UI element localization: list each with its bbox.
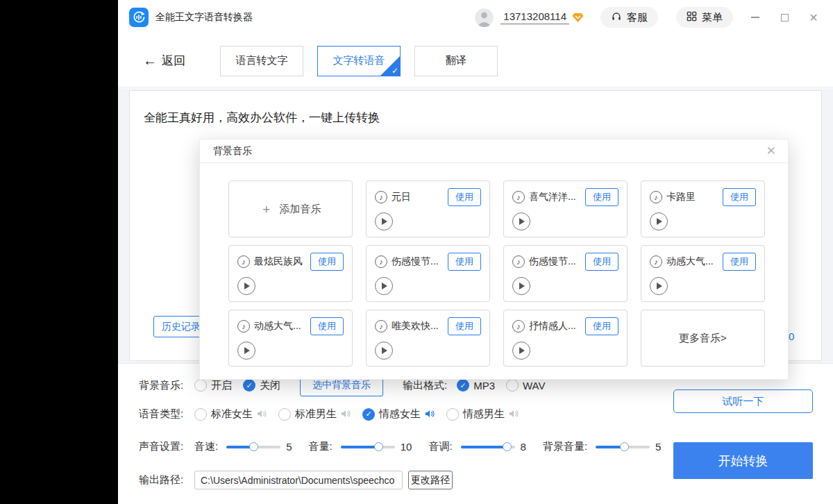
add-music-card[interactable]: ＋添加音乐 [228, 180, 353, 237]
use-button[interactable]: 使用 [448, 253, 481, 271]
more-music-card[interactable]: 更多音乐> [641, 310, 765, 367]
play-button[interactable] [650, 212, 668, 230]
slider-fill [461, 446, 507, 448]
voice-radio[interactable]: ✓ [362, 408, 375, 421]
voice-option[interactable]: ✓情感女生 [362, 408, 435, 421]
music-card-top: ♪卡路里使用 [650, 188, 756, 206]
add-music-label: 添加音乐 [280, 203, 321, 216]
convert-button[interactable]: 开始转换 [673, 442, 813, 479]
use-button[interactable]: 使用 [585, 317, 619, 335]
desktop: { "icons": { "plus": "＋", "close": "✕", … [0, 0, 833, 504]
use-button[interactable]: 使用 [585, 253, 619, 271]
music-card-top: ♪伤感慢节...使用 [375, 253, 481, 271]
music-card: ♪抒情感人...使用 [503, 310, 628, 367]
track-name: 喜气洋洋... [529, 191, 576, 203]
speaker-icon[interactable] [341, 408, 351, 420]
bgm-option[interactable]: 开启 [194, 379, 232, 392]
speaker-icon[interactable] [425, 408, 435, 420]
use-button[interactable]: 使用 [585, 188, 619, 206]
music-card: ♪卡路里使用 [641, 180, 765, 237]
format-option[interactable]: ✓MP3 [457, 379, 495, 392]
bgm-option[interactable]: ✓关闭 [243, 379, 280, 392]
add-music-inner: ＋添加音乐 [260, 201, 321, 217]
slider-thumb[interactable] [503, 442, 512, 451]
voice-radio[interactable] [278, 408, 291, 421]
tab-speech-to-text[interactable]: 语言转文字 [220, 46, 303, 76]
slider-value: 10 [401, 441, 412, 453]
slider-thumb[interactable] [249, 442, 258, 451]
tab-text-to-speech[interactable]: 文字转语音 ✓ [317, 46, 401, 76]
voice-radio[interactable] [446, 408, 459, 421]
use-button[interactable]: 使用 [448, 317, 481, 335]
slider-groups: 音速:5音量:10音调:8背景音量:5 [194, 440, 678, 453]
slider-track[interactable] [461, 446, 515, 448]
slider-label: 音量: [309, 440, 333, 453]
track-name: 元日 [392, 191, 411, 203]
play-icon [519, 347, 525, 354]
play-button[interactable] [375, 277, 393, 295]
music-card: ♪伤感慢节...使用 [503, 245, 628, 302]
bgm-modal: 背景音乐 ✕ ＋添加音乐♪元日使用♪喜气洋洋...使用♪卡路里使用♪最炫民族风使… [199, 139, 789, 380]
music-note-icon: ♪ [512, 255, 525, 268]
music-note-icon: ♪ [375, 191, 387, 203]
customer-service-button[interactable]: 客服 [600, 7, 658, 28]
output-row: 输出路径: 更改路径 [139, 471, 453, 489]
music-card: ♪最炫民族风使用 [228, 245, 353, 302]
use-button[interactable]: 使用 [723, 188, 756, 206]
slider-track[interactable] [226, 446, 280, 448]
format-radio[interactable] [506, 379, 519, 392]
format-label: 输出格式: [403, 379, 447, 392]
format-radio[interactable]: ✓ [457, 379, 469, 392]
slider-track[interactable] [341, 446, 395, 448]
slider-thumb[interactable] [374, 442, 383, 451]
track-name: 伤感慢节... [392, 255, 439, 268]
use-button[interactable]: 使用 [723, 253, 756, 271]
track-name: 唯美欢快... [392, 320, 439, 333]
play-button[interactable] [512, 277, 530, 295]
voice-option[interactable]: 标准女生 [194, 408, 267, 421]
minimize-button[interactable] [750, 12, 761, 23]
vip-badge-icon[interactable] [572, 12, 584, 23]
account-phone[interactable]: 13713208114 [500, 10, 569, 24]
format-option-label: WAV [523, 380, 546, 392]
tab-translate[interactable]: 翻译 [414, 46, 498, 76]
play-button[interactable] [375, 212, 393, 230]
format-option[interactable]: WAV [506, 379, 546, 392]
voice-radio[interactable] [194, 408, 207, 421]
bgm-radio[interactable] [194, 379, 207, 392]
voice-option-label: 标准男生 [295, 408, 337, 421]
user-avatar[interactable] [475, 8, 494, 27]
speaker-icon[interactable] [509, 408, 519, 420]
editor-text[interactable]: 全能王真好用，高效办公软件，一键上传转换 [144, 110, 380, 126]
slider-thumb[interactable] [620, 442, 629, 451]
music-card: ♪动感大气...使用 [228, 310, 353, 367]
play-button[interactable] [512, 342, 530, 360]
back-button[interactable]: ← 返回 [143, 53, 185, 69]
use-button[interactable]: 使用 [310, 253, 344, 271]
output-path-input[interactable] [194, 471, 403, 489]
speaker-icon[interactable] [257, 408, 267, 420]
music-card-top: ♪动感大气...使用 [237, 317, 344, 335]
maximize-button[interactable] [779, 12, 790, 23]
close-window-button[interactable]: ✕ [808, 12, 819, 23]
music-card-top: ♪唯美欢快...使用 [375, 317, 481, 335]
close-icon[interactable]: ✕ [766, 144, 776, 158]
use-button[interactable]: 使用 [310, 317, 344, 335]
play-button[interactable] [650, 277, 668, 295]
music-note-icon: ♪ [512, 191, 525, 203]
preview-button[interactable]: 试听一下 [673, 389, 813, 413]
voice-option[interactable]: 情感男生 [446, 408, 519, 421]
change-path-button[interactable]: 更改路径 [408, 471, 453, 489]
voice-option[interactable]: 标准男生 [278, 408, 351, 421]
play-button[interactable] [237, 342, 255, 360]
use-button[interactable]: 使用 [448, 188, 481, 206]
play-button[interactable] [512, 212, 530, 230]
bgm-radio[interactable]: ✓ [243, 379, 255, 392]
play-button[interactable] [237, 277, 255, 295]
music-card-top: ♪喜气洋洋...使用 [512, 188, 619, 206]
slider-label: 音速: [194, 440, 218, 453]
play-button[interactable] [375, 342, 393, 360]
bgm-label: 背景音乐: [139, 379, 194, 392]
slider-track[interactable] [596, 446, 650, 448]
menu-button[interactable]: 菜单 [676, 7, 733, 28]
